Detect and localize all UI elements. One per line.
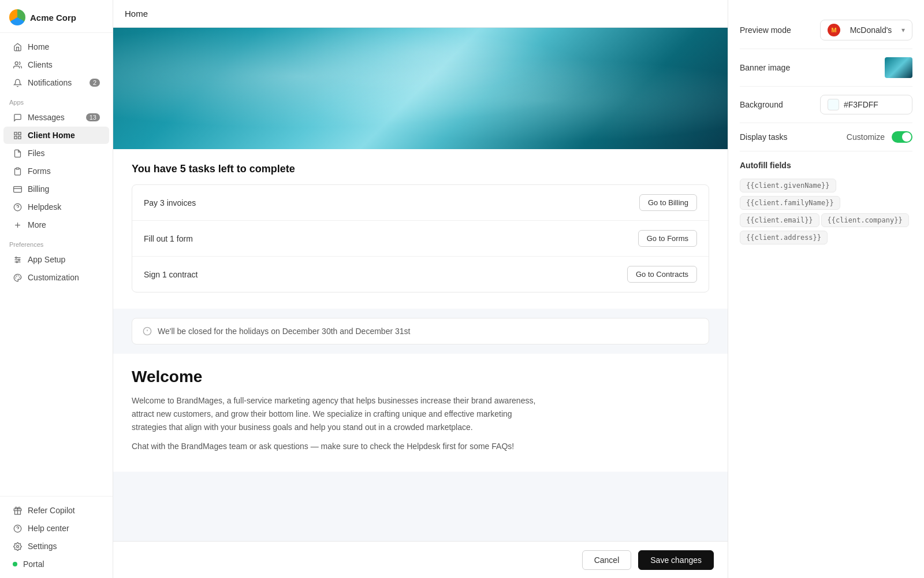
autofill-title: Autofill fields	[740, 161, 912, 170]
messages-badge: 13	[86, 113, 100, 121]
task-row-forms: Fill out 1 form Go to Forms	[132, 221, 709, 257]
autofill-chip[interactable]: {{client.givenName}}	[740, 179, 836, 192]
company-name: Acme Corp	[30, 13, 76, 23]
gear-icon	[13, 542, 22, 551]
sidebar-item-billing[interactable]: Billing	[3, 180, 109, 198]
svg-point-0	[15, 61, 18, 64]
svg-point-21	[15, 277, 16, 278]
apps-section-label: Apps	[0, 92, 113, 108]
sidebar-item-files[interactable]: Files	[3, 144, 109, 162]
background-row: Background #F3FDFF	[740, 87, 912, 123]
background-color-picker[interactable]: #F3FDFF	[820, 95, 912, 114]
task-label-forms: Fill out 1 form	[144, 234, 193, 243]
sidebar-label-app-setup: App Setup	[28, 255, 65, 264]
svg-rect-1	[14, 132, 16, 134]
sidebar-item-refer-copilot[interactable]: Refer Copilot	[3, 502, 109, 519]
svg-point-19	[19, 277, 20, 277]
home-icon	[13, 42, 22, 51]
paint-icon	[13, 273, 22, 282]
sidebar-label-help-center: Help center	[28, 524, 69, 533]
welcome-title: Welcome	[132, 368, 709, 386]
sidebar-item-forms[interactable]: Forms	[3, 162, 109, 180]
banner-image-label: Banner image	[740, 63, 790, 72]
svg-rect-3	[14, 136, 16, 138]
sidebar-label-forms: Forms	[28, 166, 51, 176]
background-color-value: #F3FDFF	[844, 100, 878, 109]
svg-point-18	[18, 275, 18, 276]
sidebar-item-helpdesk[interactable]: Helpdesk	[3, 198, 109, 216]
company-logo[interactable]: Acme Corp	[0, 0, 113, 33]
footer-bar: Cancel Save changes	[113, 541, 728, 578]
help-icon	[13, 202, 22, 212]
sidebar-item-help-center[interactable]: Help center	[3, 520, 109, 537]
preferences-section-label: Preferences	[0, 234, 113, 250]
sidebar-item-settings[interactable]: Settings	[3, 538, 109, 555]
sidebar-label-clients: Clients	[28, 60, 53, 69]
cancel-button[interactable]: Cancel	[582, 550, 632, 570]
right-panel: Preview mode M McDonald's ▾ Banner image…	[728, 0, 924, 578]
sidebar-label-portal: Portal	[23, 560, 44, 569]
sidebar-item-home[interactable]: Home	[3, 38, 109, 55]
credit-card-icon	[13, 184, 22, 194]
sidebar-label-more: More	[28, 220, 46, 229]
svg-point-15	[15, 257, 17, 258]
sidebar-label-refer-copilot: Refer Copilot	[28, 506, 75, 515]
sidebar-label-client-home: Client Home	[28, 131, 75, 140]
plus-icon	[13, 220, 22, 229]
logo-icon	[9, 9, 25, 25]
notice-text: We'll be closed for the holidays on Dece…	[158, 327, 410, 336]
sidebar-navigation: Home Clients Notifications 2 Apps Messag…	[0, 33, 113, 496]
go-to-forms-button[interactable]: Go to Forms	[638, 230, 697, 247]
sidebar-label-files: Files	[28, 149, 45, 158]
task-label-contracts: Sign 1 contract	[144, 270, 198, 279]
main-area: Home You have 5 tasks left to complete P…	[113, 0, 728, 578]
sidebar-item-client-home[interactable]: Client Home	[3, 127, 109, 144]
save-changes-button[interactable]: Save changes	[638, 550, 714, 570]
layout-icon	[13, 131, 22, 140]
clipboard-icon	[13, 166, 22, 176]
svg-point-26	[16, 545, 18, 547]
preview-mode-value: McDonald's	[850, 25, 892, 35]
sidebar-item-customization[interactable]: Customization	[3, 269, 109, 286]
task-label-billing: Pay 3 invoices	[144, 198, 196, 208]
sidebar-item-app-setup[interactable]: App Setup	[3, 251, 109, 268]
page-title: Home	[125, 9, 148, 18]
banner-thumbnail[interactable]	[885, 57, 912, 78]
background-label: Background	[740, 100, 783, 109]
sidebar-bottom: Refer Copilot Help center Settings Porta…	[0, 496, 113, 578]
go-to-billing-button[interactable]: Go to Billing	[639, 194, 697, 211]
go-to-contracts-button[interactable]: Go to Contracts	[627, 266, 697, 283]
mcdonalds-icon: M	[828, 24, 840, 36]
sidebar-item-portal[interactable]: Portal	[3, 555, 109, 573]
preview-mode-row: Preview mode M McDonald's ▾	[740, 12, 912, 49]
welcome-paragraph-2: Chat with the BrandMages team or ask que…	[132, 440, 547, 453]
svg-point-17	[16, 261, 18, 263]
sidebar-item-more[interactable]: More	[3, 216, 109, 234]
display-tasks-controls: Customize	[847, 131, 912, 143]
background-color-swatch	[828, 99, 839, 110]
preview-mode-dropdown[interactable]: M McDonald's ▾	[820, 20, 912, 40]
sidebar-label-home: Home	[28, 42, 49, 51]
autofill-chip[interactable]: {{client.address}}	[740, 231, 828, 244]
sidebar-label-settings: Settings	[28, 542, 57, 551]
svg-point-20	[16, 276, 17, 276]
autofill-chip[interactable]: {{client.company}}	[821, 213, 909, 227]
chevron-down-icon: ▾	[901, 26, 905, 34]
sidebar-label-notifications: Notifications	[28, 78, 72, 87]
tasks-section: You have 5 tasks left to complete Pay 3 …	[113, 149, 728, 309]
sidebar-item-notifications[interactable]: Notifications 2	[3, 74, 109, 91]
banner-image-row: Banner image	[740, 49, 912, 87]
help-circle-icon	[13, 524, 22, 533]
autofill-chip[interactable]: {{client.familyName}}	[740, 196, 840, 210]
sliders-icon	[13, 255, 22, 264]
customize-link[interactable]: Customize	[847, 132, 885, 142]
task-row-contracts: Sign 1 contract Go to Contracts	[132, 257, 709, 292]
banner-shimmer	[113, 28, 728, 149]
autofill-chip[interactable]: {{client.email}}	[740, 213, 819, 227]
display-tasks-row: Display tasks Customize	[740, 123, 912, 151]
message-icon	[13, 113, 22, 122]
sidebar-item-clients[interactable]: Clients	[3, 56, 109, 73]
sidebar-item-messages[interactable]: Messages 13	[3, 109, 109, 126]
sidebar-label-helpdesk: Helpdesk	[28, 202, 61, 212]
display-tasks-toggle[interactable]	[892, 131, 912, 143]
